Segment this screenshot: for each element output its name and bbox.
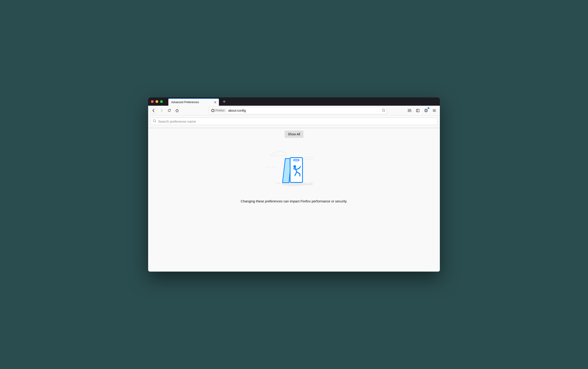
firefox-icon [211, 109, 214, 112]
svg-point-7 [275, 183, 281, 184]
site-identity[interactable]: Firefox [210, 108, 226, 113]
forward-button [158, 107, 165, 114]
svg-rect-0 [416, 109, 419, 112]
library-button[interactable] [406, 107, 413, 114]
svg-point-2 [426, 110, 426, 111]
browser-tab[interactable]: Advanced Preferences [168, 98, 219, 106]
back-button[interactable] [150, 107, 157, 114]
caution-illustration [264, 145, 324, 191]
warning-text: Changing these preferences can impact Fi… [241, 199, 347, 203]
identity-label: Firefox [215, 109, 225, 112]
tab-bar: Advanced Preferences [148, 97, 440, 106]
toolbar-actions [406, 107, 438, 114]
reload-button[interactable] [166, 107, 173, 114]
app-menu-button[interactable] [431, 107, 438, 114]
new-tab-button[interactable] [221, 98, 228, 105]
window-maximize-button[interactable] [160, 100, 163, 103]
home-button[interactable] [173, 107, 181, 114]
svg-point-6 [309, 182, 314, 183]
main-area: Show All [151, 128, 437, 203]
tab-title: Advanced Preferences [171, 101, 199, 104]
bookmark-star-icon[interactable] [382, 108, 385, 113]
sidebar-button[interactable] [414, 107, 421, 114]
tab-close-button[interactable] [213, 100, 217, 104]
navigation-toolbar: Firefox about:config [148, 106, 440, 115]
search-input[interactable] [158, 120, 435, 123]
search-icon [153, 119, 156, 123]
preference-search[interactable] [151, 118, 437, 125]
address-bar[interactable]: Firefox about:config [209, 107, 387, 114]
url-text[interactable]: about:config [226, 109, 382, 112]
svg-rect-9 [294, 159, 299, 161]
page-content: Show All [148, 115, 440, 272]
window-controls [151, 100, 163, 103]
svg-point-5 [305, 183, 313, 185]
window-close-button[interactable] [151, 100, 154, 103]
window-minimize-button[interactable] [155, 100, 158, 103]
show-all-button[interactable]: Show All [284, 131, 304, 138]
account-button[interactable] [422, 107, 430, 114]
browser-window: Advanced Preferences Firefox about:co [148, 97, 440, 272]
